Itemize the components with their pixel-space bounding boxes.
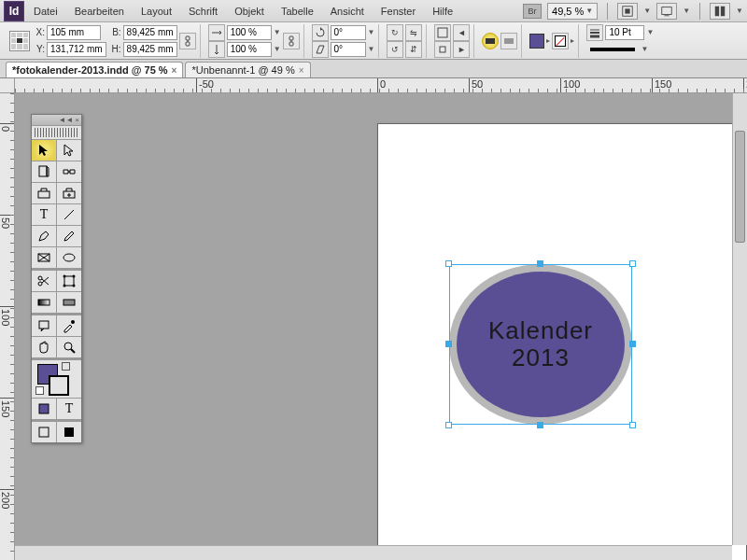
stroke-swatch[interactable] xyxy=(49,375,69,396)
stroke-style-preview[interactable] xyxy=(590,48,635,51)
close-icon[interactable]: × xyxy=(299,65,304,76)
ellipse-tool[interactable] xyxy=(57,247,81,268)
document-tabs: *fotokalender-2013.indd @ 75 %× *Unbenan… xyxy=(0,60,747,78)
control-bar: X:105 mm Y:131,712 mm B:89,425 mm H:89,4… xyxy=(0,22,747,60)
width-label: B: xyxy=(108,27,121,37)
eyedropper-tool[interactable] xyxy=(57,315,81,336)
scissors-tool[interactable] xyxy=(32,271,56,291)
svg-rect-38 xyxy=(39,321,49,329)
zoom-level-dropdown[interactable]: 49,5 % ▼ xyxy=(547,3,598,20)
gradient-swatch-tool[interactable] xyxy=(32,292,56,313)
menu-bearbeiten[interactable]: Bearbeiten xyxy=(67,3,132,20)
rotate-field[interactable]: 0° xyxy=(331,25,366,40)
height-field[interactable]: 89,425 mm xyxy=(123,42,177,57)
rotate-icon xyxy=(312,24,329,41)
svg-rect-10 xyxy=(289,42,293,46)
normal-view-icon[interactable] xyxy=(32,422,56,442)
fill-color-swatch[interactable] xyxy=(529,34,544,49)
svg-rect-43 xyxy=(39,427,49,437)
menu-ansicht[interactable]: Ansicht xyxy=(323,3,372,20)
menu-fenster[interactable]: Fenster xyxy=(374,3,423,20)
constrain-proportions-icon[interactable] xyxy=(179,33,196,49)
content-collector-tool[interactable] xyxy=(32,183,56,203)
formatting-affects-text-icon[interactable]: T xyxy=(57,399,81,419)
collapse-icon[interactable]: ◄◄ xyxy=(58,116,73,124)
selection-tool[interactable] xyxy=(32,140,56,161)
flip-vertical-icon[interactable]: ⇵ xyxy=(405,41,422,58)
select-next-icon[interactable]: ► xyxy=(453,41,470,58)
menu-tabelle[interactable]: Tabelle xyxy=(274,3,321,20)
stroke-swatch-icon[interactable] xyxy=(552,33,569,49)
hand-tool[interactable] xyxy=(32,337,56,357)
swap-fill-stroke-icon[interactable] xyxy=(62,362,70,371)
document-tab[interactable]: *fotokalender-2013.indd @ 75 %× xyxy=(6,62,183,77)
svg-rect-7 xyxy=(186,42,190,46)
constrain-scale-icon[interactable] xyxy=(283,33,300,49)
x-field[interactable]: 105 mm xyxy=(47,25,101,40)
y-label: Y: xyxy=(32,44,45,54)
rotate-cw-icon[interactable]: ↻ xyxy=(387,24,403,41)
menu-layout[interactable]: Layout xyxy=(134,3,179,20)
select-container-icon[interactable] xyxy=(434,24,451,41)
select-content-icon[interactable] xyxy=(434,41,451,58)
arrange-documents-icon[interactable] xyxy=(710,3,730,20)
scale-y-field[interactable]: 100 % xyxy=(227,42,272,57)
panel-header[interactable]: ◄◄× xyxy=(32,115,81,126)
rectangle-frame-tool[interactable] xyxy=(32,247,56,268)
document-tab[interactable]: *Unbenannt-1 @ 49 %× xyxy=(185,62,310,77)
height-label: H: xyxy=(108,44,121,54)
close-icon[interactable]: × xyxy=(75,116,79,124)
flip-horizontal-icon[interactable]: ⇋ xyxy=(405,24,422,41)
menu-hilfe[interactable]: Hilfe xyxy=(425,3,460,20)
free-transform-tool[interactable] xyxy=(57,271,81,291)
screen-mode-icon[interactable] xyxy=(656,3,677,20)
selected-object[interactable]: Kalender 2013 xyxy=(449,264,632,425)
fitting-fill-frame-icon[interactable] xyxy=(482,33,499,49)
y-field[interactable]: 131,712 mm xyxy=(47,42,106,57)
fitting-center-icon[interactable] xyxy=(500,33,517,49)
menu-datei[interactable]: Datei xyxy=(26,3,65,20)
fill-stroke-proxy[interactable] xyxy=(32,360,81,398)
shear-icon xyxy=(312,41,329,58)
reference-point-proxy[interactable] xyxy=(9,31,30,51)
apply-color-icon[interactable] xyxy=(32,399,56,419)
preview-view-icon[interactable] xyxy=(57,422,81,442)
close-icon[interactable]: × xyxy=(172,65,177,76)
gradient-feather-tool[interactable] xyxy=(57,292,81,313)
bridge-launcher-icon[interactable]: Br xyxy=(523,4,542,19)
default-fill-stroke-icon[interactable] xyxy=(35,386,44,395)
svg-line-41 xyxy=(71,349,75,353)
pen-tool[interactable] xyxy=(32,226,56,246)
stroke-weight-field[interactable]: 10 Pt xyxy=(605,25,644,40)
canvas[interactable]: Kalender 2013 xyxy=(15,93,747,560)
gap-tool[interactable] xyxy=(57,161,81,182)
direct-selection-tool[interactable] xyxy=(57,140,81,161)
shear-field[interactable]: 0° xyxy=(331,42,366,57)
vertical-ruler[interactable]: 0 50 100 150 200 xyxy=(0,93,15,560)
svg-rect-3 xyxy=(665,15,669,16)
note-tool[interactable] xyxy=(32,315,56,336)
pencil-tool[interactable] xyxy=(57,226,81,246)
horizontal-ruler[interactable]: -50 0 50 100 150 200 xyxy=(15,78,747,93)
menu-schrift[interactable]: Schrift xyxy=(181,3,225,20)
select-previous-icon[interactable]: ◄ xyxy=(453,24,470,41)
menu-objekt[interactable]: Objekt xyxy=(227,3,272,20)
line-tool[interactable] xyxy=(57,204,81,225)
width-field[interactable]: 89,425 mm xyxy=(123,25,177,40)
stroke-weight-icon xyxy=(586,24,603,41)
ruler-origin[interactable] xyxy=(0,78,15,93)
type-tool[interactable]: T xyxy=(32,204,56,225)
horizontal-scrollbar[interactable] xyxy=(15,545,732,560)
scale-x-field[interactable]: 100 % xyxy=(227,25,272,40)
page-tool[interactable] xyxy=(32,161,56,182)
svg-rect-2 xyxy=(662,7,672,14)
view-options-icon[interactable] xyxy=(617,3,638,20)
content-placer-tool[interactable] xyxy=(57,183,81,203)
chevron-down-icon: ▼ xyxy=(643,7,651,15)
scale-x-icon xyxy=(208,24,225,41)
vertical-scrollbar[interactable] xyxy=(732,93,747,545)
panel-gripper-icon[interactable] xyxy=(35,128,78,137)
tools-panel[interactable]: ◄◄× T T xyxy=(31,114,82,443)
zoom-tool[interactable] xyxy=(57,337,81,357)
rotate-ccw-icon[interactable]: ↺ xyxy=(387,41,403,58)
